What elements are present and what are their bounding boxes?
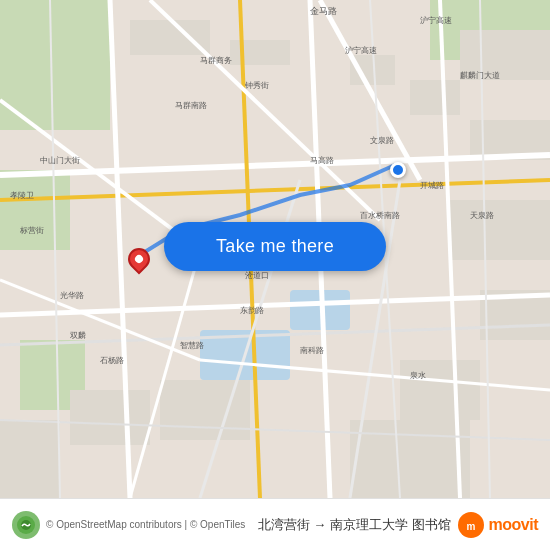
bottom-bar: © OpenStreetMap contributors | © OpenTil… (0, 498, 550, 550)
route-text: 北湾营街 → 南京理工大学 图书馆 (258, 516, 451, 534)
origin-marker (128, 248, 150, 270)
destination-marker (390, 162, 406, 178)
map-view: 金马路 沪宁高速 麒麟门大道 沪宁高速 马群商务 马群南路 钟秀街 中山门大街 … (0, 0, 550, 498)
moovit-icon: m (457, 511, 485, 539)
svg-line-7 (440, 0, 460, 498)
osm-logo (12, 511, 40, 539)
osm-icon (20, 519, 32, 531)
svg-line-10 (320, 0, 420, 180)
svg-line-1 (0, 180, 550, 200)
svg-line-17 (50, 0, 60, 498)
svg-line-19 (480, 0, 490, 498)
svg-line-3 (0, 325, 550, 345)
svg-line-16 (0, 420, 550, 440)
take-me-there-button[interactable]: Take me there (164, 222, 386, 271)
svg-text:m: m (466, 521, 475, 532)
route-to: 南京理工大学 图书馆 (330, 517, 451, 532)
svg-line-15 (200, 360, 550, 390)
osm-logo-inner (17, 516, 35, 534)
svg-line-14 (0, 280, 200, 360)
take-me-there-label: Take me there (216, 236, 334, 257)
route-arrow: → (313, 517, 330, 532)
svg-line-0 (0, 155, 550, 175)
route-from: 北湾营街 (258, 517, 310, 532)
moovit-brand-text: moovit (489, 516, 538, 534)
moovit-logo: m moovit (457, 511, 538, 539)
attribution-text: © OpenStreetMap contributors | © OpenTil… (46, 519, 252, 530)
pin-body (123, 243, 154, 274)
svg-line-11 (130, 250, 200, 498)
pin-dot (133, 253, 144, 264)
